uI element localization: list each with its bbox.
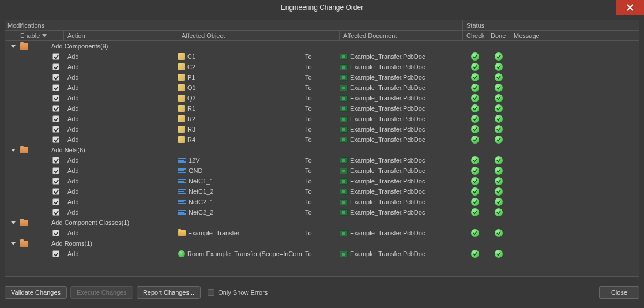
group-row[interactable]: Add Component Classes(1)	[5, 217, 639, 228]
modifications-header: Modifications	[5, 20, 463, 30]
object-text: P1	[187, 74, 195, 81]
eco-item-row[interactable]: AddRoom Example_Transfer (Scope=InComToE…	[5, 249, 639, 259]
check-status-icon	[471, 177, 479, 185]
eco-item-row[interactable]: AddNetC1_2ToExample_Transfer.PcbDoc	[5, 186, 639, 197]
enable-checkbox[interactable]	[52, 250, 59, 257]
group-row[interactable]: Add Nets(6)	[5, 145, 639, 155]
enable-checkbox[interactable]	[52, 178, 59, 185]
window-close-button[interactable]	[616, 0, 644, 15]
group-label: Add Components(9)	[51, 43, 108, 50]
eco-item-row[interactable]: AddR1ToExample_Transfer.PcbDoc	[5, 103, 639, 114]
object-text: GND	[189, 167, 202, 174]
eco-item-row[interactable]: AddR3ToExample_Transfer.PcbDoc	[5, 124, 639, 134]
document-text: Example_Transfer.PcbDoc	[350, 95, 425, 102]
component-icon	[178, 84, 185, 91]
eco-item-row[interactable]: AddNetC1_1ToExample_Transfer.PcbDoc	[5, 176, 639, 186]
col-check-header[interactable]: Check	[463, 31, 487, 40]
enable-checkbox[interactable]	[52, 63, 59, 70]
enable-checkbox[interactable]	[52, 136, 59, 143]
enable-checkbox[interactable]	[52, 84, 59, 91]
eco-item-row[interactable]: AddQ1ToExample_Transfer.PcbDoc	[5, 82, 639, 93]
grid-body[interactable]: Add Components(9)AddC1ToExample_Transfer…	[5, 41, 639, 276]
check-status-icon	[471, 52, 479, 61]
collapse-icon[interactable]	[11, 148, 16, 152]
object-text: NetC2_1	[189, 198, 213, 205]
group-label: Add Nets(6)	[51, 147, 85, 153]
eco-item-row[interactable]: AddNetC2_2ToExample_Transfer.PcbDoc	[5, 207, 639, 217]
pcbdoc-icon	[340, 189, 348, 195]
document-text: Example_Transfer.PcbDoc	[350, 105, 425, 112]
col-message-header[interactable]: Message	[510, 31, 639, 40]
footer: Validate Changes Execute Changes Report …	[0, 281, 644, 302]
eco-item-row[interactable]: Add12VToExample_Transfer.PcbDoc	[5, 155, 639, 166]
collapse-icon[interactable]	[11, 220, 16, 225]
eco-item-row[interactable]: AddC2ToExample_Transfer.PcbDoc	[5, 62, 639, 72]
document-text: Example_Transfer.PcbDoc	[350, 209, 425, 216]
check-status-icon	[471, 167, 479, 175]
component-icon	[178, 95, 185, 102]
close-button[interactable]: Close	[599, 286, 639, 299]
object-text: Example_Transfer	[188, 230, 239, 236]
validate-changes-button[interactable]: Validate Changes	[5, 286, 67, 299]
action-text: Add	[67, 167, 79, 174]
enable-checkbox[interactable]	[52, 95, 59, 102]
folder-icon	[20, 147, 28, 153]
execute-changes-button[interactable]: Execute Changes	[70, 286, 133, 299]
group-label: Add Rooms(1)	[51, 240, 92, 247]
enable-checkbox[interactable]	[52, 209, 59, 216]
component-icon	[178, 115, 185, 122]
done-status-icon	[495, 208, 503, 216]
enable-checkbox[interactable]	[52, 230, 59, 236]
group-row[interactable]: Add Components(9)	[5, 41, 639, 51]
collapse-icon[interactable]	[11, 241, 16, 246]
net-icon	[178, 199, 186, 205]
document-text: Example_Transfer.PcbDoc	[350, 84, 425, 91]
enable-checkbox[interactable]	[52, 126, 59, 133]
enable-checkbox[interactable]	[52, 105, 59, 112]
enable-checkbox[interactable]	[52, 53, 59, 60]
to-text: To	[305, 178, 312, 185]
eco-item-row[interactable]: AddR2ToExample_Transfer.PcbDoc	[5, 114, 639, 124]
enable-checkbox[interactable]	[52, 74, 59, 81]
document-text: Example_Transfer.PcbDoc	[350, 157, 425, 164]
check-status-icon	[471, 125, 479, 133]
check-status-icon	[471, 63, 479, 71]
enable-checkbox[interactable]	[52, 188, 59, 195]
eco-item-row[interactable]: AddExample_TransferToExample_Transfer.Pc…	[5, 228, 639, 238]
eco-item-row[interactable]: AddP1ToExample_Transfer.PcbDoc	[5, 72, 639, 82]
only-show-errors-checkbox[interactable]	[208, 289, 214, 296]
to-text: To	[305, 157, 312, 164]
eco-item-row[interactable]: AddR4ToExample_Transfer.PcbDoc	[5, 134, 639, 145]
to-text: To	[305, 250, 312, 257]
enable-checkbox[interactable]	[52, 157, 59, 164]
eco-item-row[interactable]: AddNetC2_1ToExample_Transfer.PcbDoc	[5, 197, 639, 207]
group-row[interactable]: Add Rooms(1)	[5, 238, 639, 249]
object-text: NetC1_1	[189, 178, 213, 185]
pcbdoc-icon	[340, 85, 348, 91]
section-header-row: Modifications Status	[5, 20, 639, 31]
enable-checkbox[interactable]	[52, 198, 59, 205]
col-action-header[interactable]: Action	[64, 31, 178, 40]
to-text: To	[305, 209, 312, 216]
enable-checkbox[interactable]	[52, 115, 59, 122]
collapse-icon[interactable]	[11, 44, 16, 48]
net-icon	[178, 157, 186, 163]
col-done-header[interactable]: Done	[487, 31, 510, 40]
report-changes-button[interactable]: Report Changes...	[137, 286, 201, 299]
col-object-header[interactable]: Affected Object	[178, 31, 340, 40]
enable-checkbox[interactable]	[52, 167, 59, 174]
action-text: Add	[67, 136, 79, 143]
column-header-row: Enable Action Affected Object Affected D…	[5, 31, 639, 41]
col-enable-header[interactable]: Enable	[5, 31, 64, 40]
eco-item-row[interactable]: AddQ2ToExample_Transfer.PcbDoc	[5, 93, 639, 103]
col-document-header[interactable]: Affected Document	[340, 31, 463, 40]
check-status-icon	[471, 94, 479, 102]
object-text: 12V	[189, 157, 200, 164]
action-text: Add	[67, 178, 79, 185]
only-show-errors-label[interactable]: Only Show Errors	[208, 289, 268, 296]
check-status-icon	[471, 198, 479, 206]
eco-item-row[interactable]: AddC1ToExample_Transfer.PcbDoc	[5, 51, 639, 62]
to-text: To	[305, 63, 312, 70]
pcbdoc-icon	[340, 230, 348, 236]
eco-item-row[interactable]: AddGNDToExample_Transfer.PcbDoc	[5, 166, 639, 176]
